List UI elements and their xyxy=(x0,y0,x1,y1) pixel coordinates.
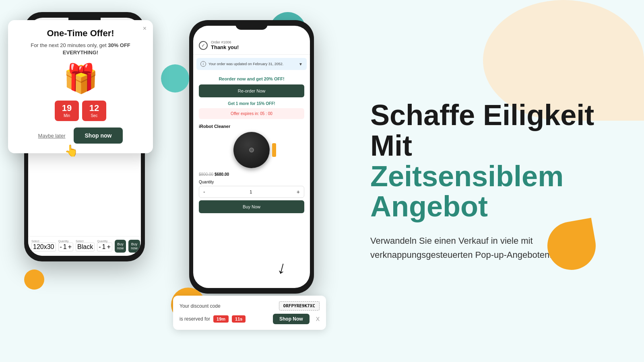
select-group-1: Select 120x30 xyxy=(31,240,56,253)
select-label-2: Select xyxy=(76,240,95,243)
robot-body xyxy=(233,132,270,168)
popup-title: One-Time Offer! xyxy=(18,28,143,39)
popup-subtitle-normal: For the next 20 minutes only, get xyxy=(31,42,108,48)
phone-mockup-2: ✓ Order #1006 Thank you! iYour order was… xyxy=(189,20,314,294)
p2-product-name: iRobot Cleaner xyxy=(193,121,310,130)
qty2-label: Quantity xyxy=(97,240,112,243)
p2-price-row: $800.00 $680.00 xyxy=(193,171,310,178)
headline-line2-teal: Zeitsensiblem xyxy=(370,160,564,192)
p2-order-info: Order #1006 Thank you! xyxy=(211,40,239,50)
headline-line2-normal: Mit xyxy=(370,130,412,162)
qty-label: Quantity xyxy=(58,240,74,243)
timer-seconds-block: 12 Sec xyxy=(82,101,106,121)
qty-ctrl-2: Black xyxy=(76,243,95,251)
discount-reserved-text: is reserved for xyxy=(180,316,210,322)
buy-now-btn-2[interactable]: Buy now xyxy=(128,240,140,253)
timer-seconds-label: Sec xyxy=(88,113,101,118)
popup-close-btn[interactable]: × xyxy=(143,25,147,32)
discount-label: Your discount code xyxy=(180,303,276,309)
orange-circle-small xyxy=(24,269,44,290)
p2-info-banner: iYour order was updated on February 31, … xyxy=(196,58,307,70)
p2-buy-btn[interactable]: Buy Now xyxy=(199,200,304,213)
popup-actions: Maybe later Shop now xyxy=(18,128,143,144)
discount-close-btn[interactable]: X xyxy=(316,316,320,322)
timer-minutes-block: 19 Min xyxy=(55,101,79,121)
maybe-later-btn[interactable]: Maybe later xyxy=(38,133,66,139)
p2-upsell-text: Get 1 more for 15% OFF! xyxy=(193,99,310,106)
left-section: ✓ Order #1006 Thank you! Select 120x30 xyxy=(0,0,169,362)
robot-eye xyxy=(249,148,254,152)
headline-line1: Schaffe Eiligkeit xyxy=(370,99,594,131)
middle-section: ✓ Order #1006 Thank you! iYour order was… xyxy=(169,0,338,362)
discount-top-row: Your discount code ORFPYRE9K7XC xyxy=(180,301,320,311)
qty2-val: 1 xyxy=(102,243,106,251)
main-headline: Schaffe Eiligkeit Mit Zeitsensiblem Ange… xyxy=(370,100,612,222)
popup-subtitle: For the next 20 minutes only, get 30% OF… xyxy=(18,42,143,56)
qty2-minus[interactable]: - xyxy=(99,243,101,251)
orange-decorative-shape xyxy=(543,218,599,274)
p2-offer-banner: Offer expires in: 05 : 00 xyxy=(199,108,304,119)
qty2-ctrl: - 1 + xyxy=(97,243,112,251)
p2-reorder-btn[interactable]: Re-order Now xyxy=(199,84,304,97)
discount-code: ORFPYRE9K7XC xyxy=(279,301,320,311)
qty2-plus[interactable]: + xyxy=(107,243,110,251)
timer-seconds-value: 12 xyxy=(88,104,101,113)
select-group-qty: Quantity - 1 + xyxy=(58,240,74,253)
main-container: ✓ Order #1006 Thank you! Select 120x30 xyxy=(0,0,644,362)
select-val-2: Black xyxy=(77,243,93,251)
p2-qty-label: Quantity xyxy=(193,178,310,185)
select-label-1: Select xyxy=(31,240,56,243)
p2-reorder-text: Reorder now and get 20% OFF! xyxy=(193,73,310,83)
p2-qty-val: 1 xyxy=(250,189,252,194)
discount-timer-sec: 11s xyxy=(232,315,246,323)
robot-image-container xyxy=(233,132,270,168)
headline-line3: Angebot xyxy=(370,190,488,222)
select-group-2: Select Black xyxy=(76,240,95,253)
p2-product-image xyxy=(193,130,310,171)
qty-val: 1 xyxy=(63,243,67,251)
countdown-timer: 19 Min 12 Sec xyxy=(18,101,143,121)
phone-screen-2: ✓ Order #1006 Thank you! iYour order was… xyxy=(193,26,310,288)
qty-minus[interactable]: - xyxy=(60,243,62,251)
qty-ctrl-1: 120x30 xyxy=(31,243,56,251)
p2-check-icon: ✓ xyxy=(199,41,208,50)
timer-minutes-value: 19 xyxy=(60,104,73,113)
p2-price-new: $680.00 xyxy=(215,172,229,177)
teal-bubble-mid xyxy=(161,64,189,93)
p2-info-icon: iYour order was updated on February 31, … xyxy=(200,61,283,67)
one-time-offer-popup: × One-Time Offer! For the next 20 minute… xyxy=(8,20,153,153)
discount-shop-now-btn[interactable]: Shop Now xyxy=(273,314,310,324)
subtext: Verwandeln Sie einen Verkauf in viele mi… xyxy=(370,234,572,262)
right-section: Schaffe Eiligkeit Mit Zeitsensiblem Ange… xyxy=(338,76,644,286)
p2-order-bar: ✓ Order #1006 Thank you! xyxy=(193,26,310,55)
p2-qty-plus[interactable]: + xyxy=(297,189,300,195)
p2-order-num: Order #1006 xyxy=(211,40,239,44)
robot-side-btn xyxy=(272,143,276,157)
phone-bottom-bar: Select 120x30 Quantity - 1 + xyxy=(28,236,141,256)
cursor-hand-icon: 👆 xyxy=(64,144,78,157)
qty-plus[interactable]: + xyxy=(68,243,72,251)
discount-bottom-row: is reserved for 19m 11s Shop Now X xyxy=(180,314,320,324)
p2-qty-row: - 1 + xyxy=(199,186,304,198)
gift-box-icon: 🎁 xyxy=(18,62,143,95)
p2-qty-minus[interactable]: - xyxy=(203,189,205,195)
timer-minutes-label: Min xyxy=(60,113,73,118)
discount-banner: Your discount code ORFPYRE9K7XC is reser… xyxy=(173,296,326,330)
shop-now-btn[interactable]: Shop now xyxy=(74,128,123,144)
qty-ctrl-val-1: 120x30 xyxy=(33,243,54,251)
discount-timer-min: 19m xyxy=(213,315,229,323)
p2-price-old: $800.00 xyxy=(199,172,213,177)
select-group-qty2: Quantity - 1 + xyxy=(97,240,112,253)
phone-notch-2 xyxy=(235,20,268,30)
p2-thank-you: Thank you! xyxy=(211,44,239,50)
qty-ctrl-num: - 1 + xyxy=(58,243,74,251)
p2-info-chevron: ▼ xyxy=(299,62,303,66)
buy-now-btn-1[interactable]: Buy now xyxy=(115,240,126,253)
